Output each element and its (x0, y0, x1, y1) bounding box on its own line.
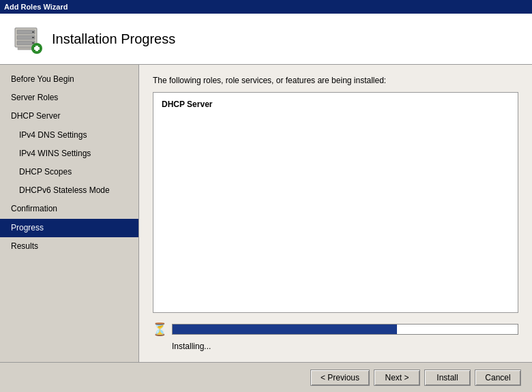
sidebar-item-dhcp-server[interactable]: DHCP Server (0, 107, 138, 125)
footer: < Previous Next > Install Cancel (0, 362, 532, 392)
content-area: Before You BeginServer RolesDHCP ServerI… (0, 65, 532, 362)
sidebar: Before You BeginServer RolesDHCP ServerI… (0, 65, 139, 362)
svg-rect-4 (32, 31, 34, 33)
header-icon (11, 22, 44, 55)
sidebar-item-ipv4-wins[interactable]: IPv4 WINS Settings (0, 145, 138, 163)
page-title: Installation Progress (52, 31, 175, 47)
sidebar-item-results[interactable]: Results (0, 237, 138, 256)
install-button[interactable]: Install (424, 370, 471, 386)
sidebar-item-confirmation[interactable]: Confirmation (0, 200, 138, 218)
sidebar-item-ipv4-dns[interactable]: IPv4 DNS Settings (0, 126, 138, 145)
install-list: DHCP Server (153, 92, 518, 313)
next-button[interactable]: Next > (374, 370, 420, 386)
progress-bar-fill (173, 325, 397, 334)
description-text: The following roles, role services, or f… (153, 76, 518, 85)
install-list-item: DHCP Server (159, 98, 512, 110)
svg-rect-6 (32, 42, 34, 44)
sidebar-item-before-you-begin[interactable]: Before You Begin (0, 70, 138, 89)
progress-bar-container (172, 324, 518, 335)
sidebar-item-progress[interactable]: Progress (0, 219, 138, 237)
main-content: The following roles, role services, or f… (139, 65, 532, 362)
sidebar-item-dhcp-scopes[interactable]: DHCP Scopes (0, 163, 138, 181)
progress-section: ⏳ (153, 321, 518, 337)
main-container: Installation Progress Before You BeginSe… (0, 14, 532, 392)
previous-button[interactable]: < Previous (310, 370, 370, 386)
sidebar-item-dhcpv6[interactable]: DHCPv6 Stateless Mode (0, 181, 138, 200)
svg-rect-5 (32, 37, 34, 38)
hourglass-icon: ⏳ (153, 321, 166, 337)
title-bar-label: Add Roles Wizard (4, 3, 68, 11)
cancel-button[interactable]: Cancel (475, 370, 521, 386)
svg-rect-10 (34, 47, 40, 50)
installing-text: Installing... (172, 342, 518, 351)
title-bar: Add Roles Wizard (0, 0, 532, 14)
header-section: Installation Progress (0, 14, 532, 65)
sidebar-item-server-roles[interactable]: Server Roles (0, 89, 138, 107)
